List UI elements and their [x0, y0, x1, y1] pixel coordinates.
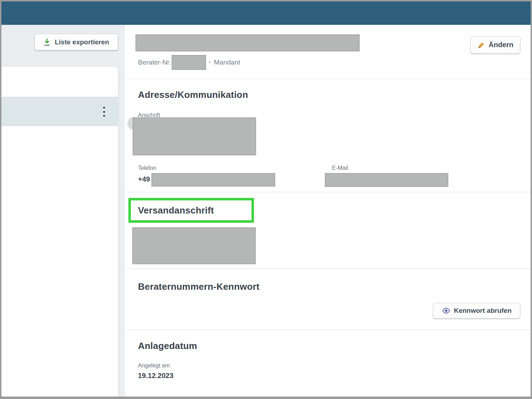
berater-nr-label: Berater-Nr. [138, 59, 171, 66]
section-divider [126, 268, 531, 269]
address-section-title: Adresse/Kommunikation [138, 89, 248, 100]
record-subtitle-row: Berater-Nr. · Mandant [138, 55, 240, 70]
sidebar: Liste exportieren [1, 25, 125, 397]
selected-list-item[interactable] [1, 97, 118, 126]
main-content: Ändern Berater-Nr. · Mandant Adresse/Kom… [126, 25, 531, 397]
redacted-address-block [133, 117, 256, 155]
retrieve-password-button-label: Kennwort abrufen [454, 307, 512, 315]
created-at-value: 19.12.2023 [138, 372, 173, 380]
sidebar-list-panel [1, 67, 118, 397]
redacted-email-address [325, 173, 448, 187]
mandant-label: Mandant [214, 59, 240, 66]
edit-button[interactable]: Ändern [470, 36, 520, 54]
telefon-prefix: +49 [138, 175, 150, 183]
password-section-title: Beraternummern-Kennwort [138, 281, 260, 292]
redacted-berater-number [172, 55, 206, 70]
telefon-label: Telefon [138, 165, 156, 171]
section-divider [126, 192, 531, 192]
retrieve-password-button[interactable]: Kennwort abrufen [433, 303, 520, 318]
download-icon [43, 38, 51, 46]
kebab-menu-icon[interactable] [101, 105, 106, 118]
app-window: Liste exportieren [1, 1, 531, 397]
screenshot-frame: Liste exportieren [0, 0, 532, 399]
section-divider [126, 79, 531, 79]
redacted-record-title [135, 34, 360, 51]
created-section-title: Anlagedatum [138, 340, 197, 351]
eye-icon [442, 307, 450, 314]
separator-dot: · [209, 59, 211, 66]
created-at-label: Angelegt am [138, 362, 170, 369]
redacted-shipping-address [132, 227, 256, 264]
redacted-telefon-number [151, 173, 275, 187]
pencil-icon [477, 41, 485, 49]
top-navigation-bar [1, 1, 531, 25]
edit-button-label: Ändern [489, 41, 514, 49]
export-list-button-label: Liste exportieren [55, 38, 109, 46]
versandanschrift-highlight-box: Versandanschrift [128, 198, 254, 223]
export-list-button[interactable]: Liste exportieren [34, 34, 118, 50]
email-label: E-Mail [332, 165, 348, 171]
shipping-section-title: Versandanschrift [138, 205, 214, 216]
app-body: Liste exportieren [1, 25, 531, 397]
section-divider [126, 329, 531, 330]
